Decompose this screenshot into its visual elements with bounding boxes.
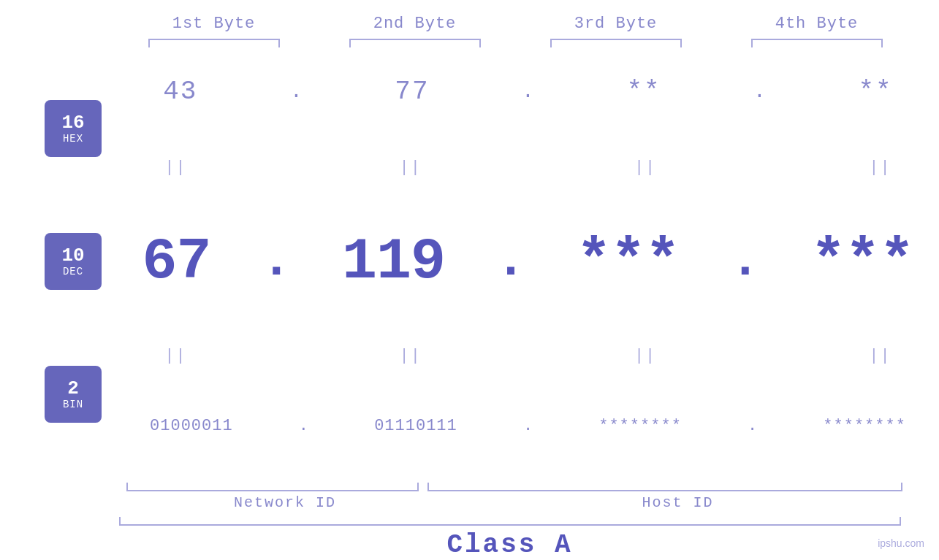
bin-byte1: 01000011 (150, 417, 233, 435)
bin-row: 01000011 . 01110111 . ******** . *******… (117, 417, 939, 435)
bin-badge: 2 BIN (45, 366, 102, 423)
bracket-4 (716, 39, 917, 47)
bracket-line-4 (751, 39, 883, 47)
bin-byte2: 01110111 (374, 417, 457, 435)
byte4-header: 4th Byte (716, 15, 917, 33)
dec-byte4: *** (811, 229, 914, 295)
bracket-line-3 (550, 39, 682, 47)
hex-badge-number: 16 (61, 112, 84, 134)
bracket-3 (515, 39, 716, 47)
network-id-label: Network ID (117, 494, 453, 511)
eq1-b4: || (869, 158, 891, 177)
hex-badge: 16 HEX (45, 100, 102, 157)
hex-dot2: . (522, 80, 534, 103)
bin-dot3: . (748, 417, 757, 435)
hex-byte2: 77 (395, 77, 429, 107)
dec-dot3: . (730, 236, 761, 287)
host-bracket-wrapper (427, 483, 902, 491)
eq2-b4: || (869, 347, 891, 365)
bracket-1 (113, 39, 314, 47)
hex-byte1: 43 (163, 77, 197, 107)
hex-byte4: ** (858, 77, 892, 107)
eq1-b1: || (164, 158, 186, 177)
dec-dot2: . (495, 236, 526, 287)
hex-byte3: ** (626, 77, 661, 107)
host-id-label: Host ID (453, 494, 902, 511)
main-container: 1st Byte 2nd Byte 3rd Byte 4th Byte 16 H… (0, 0, 939, 560)
net-bracket-wrapper (117, 483, 427, 491)
byte1-header: 1st Byte (113, 15, 314, 33)
hex-badge-label: HEX (63, 133, 83, 145)
dec-badge-number: 10 (61, 245, 84, 266)
badges-column: 16 HEX 10 DEC 2 BIN (29, 51, 117, 483)
dec-row: 67 . 119 . *** . *** (117, 229, 939, 295)
bottom-section: Network ID Host ID Class A (0, 483, 939, 560)
dec-badge: 10 DEC (45, 233, 102, 290)
bracket-2 (314, 39, 515, 47)
class-label-wrapper: Class A (117, 530, 902, 560)
hex-dot1: . (290, 80, 303, 103)
eq2-b2: || (400, 347, 422, 365)
bin-dot2: . (523, 417, 533, 435)
eq2-b1: || (164, 347, 186, 365)
class-label: Class A (446, 530, 572, 560)
big-bracket-wrapper (117, 517, 902, 526)
byte3-header: 3rd Byte (515, 15, 716, 33)
hex-row: 43 . 77 . ** . ** (117, 77, 939, 107)
bracket-line-1 (148, 39, 280, 47)
net-bracket-line (126, 483, 419, 491)
top-bracket-row (0, 39, 939, 47)
bin-byte3: ******** (598, 417, 682, 435)
dec-badge-label: DEC (63, 266, 83, 277)
bracket-line-2 (349, 39, 481, 47)
header-row: 1st Byte 2nd Byte 3rd Byte 4th Byte (0, 15, 939, 33)
eq1-b3: || (634, 158, 656, 177)
content-wrapper: 16 HEX 10 DEC 2 BIN 43 . 77 . ** . ** (0, 51, 939, 483)
dec-byte2: 119 (342, 229, 445, 295)
eq-row1: || || || || (117, 158, 939, 177)
watermark: ipshu.com (878, 537, 924, 549)
hex-dot3: . (753, 80, 766, 103)
bin-dot1: . (299, 417, 308, 435)
bin-badge-number: 2 (67, 378, 79, 399)
dec-byte3: *** (577, 229, 680, 295)
bin-byte4: ******** (823, 417, 906, 435)
host-bracket-line (427, 483, 902, 491)
bin-badge-label: BIN (63, 399, 83, 410)
bottom-bracket-container (117, 483, 902, 491)
eq2-b3: || (634, 347, 656, 365)
big-bracket-line (119, 517, 901, 526)
dec-dot1: . (261, 236, 292, 287)
byte2-header: 2nd Byte (314, 15, 515, 33)
eq-row2: || || || || (117, 347, 939, 365)
bytes-grid: 43 . 77 . ** . ** || || || || 67 (117, 51, 939, 483)
eq1-b2: || (400, 158, 422, 177)
dec-byte1: 67 (142, 229, 210, 295)
id-labels-row: Network ID Host ID (117, 494, 902, 511)
